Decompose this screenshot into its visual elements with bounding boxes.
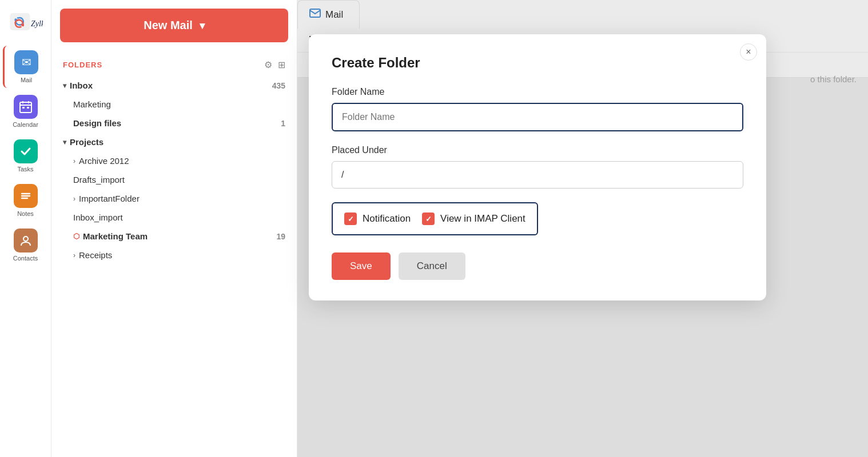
create-folder-modal: × Create Folder Folder Name Placed Under…: [309, 34, 766, 300]
important-expand-icon: ›: [73, 195, 75, 203]
folders-header: FOLDERS ⚙ ⊞: [51, 54, 297, 76]
tasks-nav-label: Tasks: [17, 166, 33, 173]
folder-item-design-files[interactable]: Design files 1: [51, 114, 297, 133]
svg-point-11: [23, 236, 28, 241]
folders-add-icon[interactable]: ⊞: [278, 59, 285, 70]
marketing-label: Marketing: [73, 99, 111, 109]
folder-item-drafts-import[interactable]: Drafts_import: [51, 170, 297, 189]
notes-nav-label: Notes: [17, 210, 34, 217]
folder-panel: New Mail ▾ FOLDERS ⚙ ⊞ ▾ Inbox 435 Marke…: [51, 0, 297, 457]
modal-title: Create Folder: [332, 55, 743, 71]
new-mail-chevron-icon: ▾: [200, 19, 205, 32]
folder-item-projects[interactable]: ▾ Projects: [51, 133, 297, 151]
svg-text:Zylker: Zylker: [31, 19, 43, 27]
sidebar-item-tasks[interactable]: Tasks: [3, 135, 49, 177]
marketing-team-count: 19: [276, 232, 285, 241]
design-files-count: 1: [281, 119, 285, 128]
imap-label: View in IMAP Client: [440, 213, 525, 225]
folders-settings-icon[interactable]: ⚙: [264, 59, 272, 70]
sidebar-item-mail[interactable]: ✉ Mail: [3, 46, 49, 88]
marketing-team-label: Marketing Team: [83, 231, 148, 241]
folder-item-marketing[interactable]: Marketing: [51, 95, 297, 114]
svg-rect-2: [20, 102, 31, 113]
folder-item-receipts[interactable]: › Receipts: [51, 246, 297, 264]
share-icon: ⬡: [73, 232, 79, 240]
sidebar-item-calendar[interactable]: Calendar: [3, 90, 49, 133]
new-mail-label: New Mail: [144, 19, 193, 32]
notification-checkbox-item[interactable]: ✓ Notification: [344, 213, 411, 225]
projects-expand-icon: ▾: [63, 138, 66, 146]
placed-under-input[interactable]: [332, 161, 743, 189]
mail-nav-label: Mail: [21, 77, 32, 83]
notification-checkbox[interactable]: ✓: [344, 213, 357, 225]
projects-label: Projects: [70, 137, 103, 147]
folder-name-input[interactable]: [332, 103, 743, 131]
close-icon: ×: [746, 47, 751, 57]
folder-item-important-folder[interactable]: › ImportantFolder: [51, 189, 297, 208]
inbox-expand-icon: ▾: [63, 82, 66, 90]
folder-name-label: Folder Name: [332, 87, 743, 97]
notes-icon: [14, 184, 38, 208]
tasks-icon: [14, 139, 38, 163]
main-content: Mail ZMNotification • 699 Unread Emails …: [297, 0, 868, 457]
folders-title: FOLDERS: [63, 61, 102, 69]
mail-icon: ✉: [14, 50, 38, 74]
new-mail-button[interactable]: New Mail ▾: [60, 9, 288, 42]
folders-actions: ⚙ ⊞: [264, 59, 285, 70]
calendar-icon: [14, 95, 38, 119]
placed-under-label: Placed Under: [332, 145, 743, 155]
sidebar-item-contacts[interactable]: Contacts: [3, 224, 49, 266]
contacts-icon: [14, 228, 38, 252]
save-button[interactable]: Save: [332, 252, 391, 280]
folder-item-inbox-import[interactable]: Inbox_import: [51, 208, 297, 227]
calendar-nav-label: Calendar: [13, 121, 38, 128]
notification-label: Notification: [363, 213, 411, 225]
inbox-label: Inbox: [70, 81, 93, 90]
receipts-expand-icon: ›: [73, 251, 75, 259]
modal-buttons: Save Cancel: [332, 252, 743, 280]
cancel-button[interactable]: Cancel: [399, 252, 465, 280]
receipts-label: Receipts: [79, 250, 112, 260]
folder-item-marketing-team[interactable]: ⬡ Marketing Team 19: [51, 227, 297, 246]
archive-expand-icon: ›: [73, 157, 75, 165]
checkbox-options-row: ✓ Notification ✓ View in IMAP Client: [332, 202, 538, 235]
inbox-count: 435: [272, 81, 285, 90]
app-logo: Zylker: [6, 6, 46, 40]
svg-rect-7: [27, 107, 29, 109]
archive-2012-label: Archive 2012: [79, 156, 129, 166]
modal-overlay: × Create Folder Folder Name Placed Under…: [297, 0, 868, 457]
imap-checkbox[interactable]: ✓: [422, 213, 435, 225]
folder-item-inbox[interactable]: ▾ Inbox 435: [51, 76, 297, 95]
sidebar-item-notes[interactable]: Notes: [3, 179, 49, 222]
modal-close-button[interactable]: ×: [740, 43, 757, 61]
svg-rect-6: [22, 107, 25, 109]
app-sidebar: Zylker ✉ Mail Calendar Tasks: [0, 0, 51, 457]
important-folder-label: ImportantFolder: [79, 194, 140, 203]
drafts-import-label: Drafts_import: [73, 175, 125, 185]
inbox-import-label: Inbox_import: [73, 213, 123, 222]
folder-item-archive-2012[interactable]: › Archive 2012: [51, 151, 297, 170]
design-files-label: Design files: [73, 118, 121, 128]
imap-checkbox-item[interactable]: ✓ View in IMAP Client: [422, 213, 525, 225]
contacts-nav-label: Contacts: [13, 255, 38, 262]
